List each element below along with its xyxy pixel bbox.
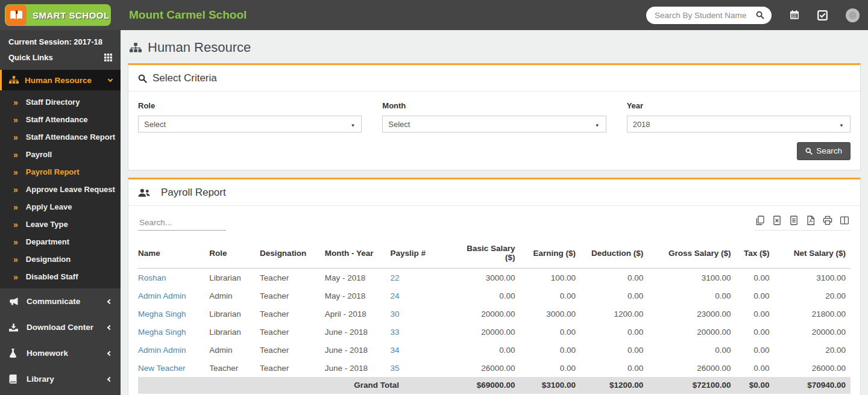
table-cell: 20000.00	[774, 323, 851, 341]
copy-icon[interactable]	[755, 216, 765, 225]
payslip-link[interactable]: 35	[390, 359, 459, 377]
sidebar-item-communicate[interactable]: Communicate	[0, 288, 121, 314]
payslip-link[interactable]: 34	[390, 341, 459, 359]
student-search-input[interactable]	[655, 11, 756, 20]
payslip-link[interactable]: 24	[390, 287, 459, 305]
year-label: Year	[627, 101, 851, 110]
table-cell: Teacher	[260, 359, 325, 377]
table-cell: 0.00	[520, 287, 580, 305]
table-cell: Teacher	[260, 305, 325, 323]
sidebar-item-homework[interactable]: Homework	[0, 340, 121, 366]
panel-title: Select Criteria	[153, 72, 217, 84]
sitemap-icon	[9, 76, 19, 84]
logo-text: SMART SCHOOL	[33, 10, 110, 20]
staff-name-link[interactable]: Megha Singh	[138, 323, 209, 341]
table-cell: Teacher	[260, 323, 325, 341]
search-icon[interactable]	[756, 11, 764, 19]
app-logo[interactable]: SMART SCHOOL	[5, 4, 111, 26]
table-search-input[interactable]	[138, 216, 226, 231]
sidebar-item-library[interactable]: Library	[0, 366, 121, 392]
role-select[interactable]: Select	[138, 116, 362, 132]
sidebar-item-approve-leave-request[interactable]: Approve Leave Request	[0, 181, 121, 198]
sidebar-item-payroll-report[interactable]: Payroll Report	[0, 163, 121, 181]
table-row: New TeacherTeacherTeacherJune - 20183526…	[138, 359, 851, 377]
main-content: Human Resource Select Criteria Role Sele…	[121, 30, 868, 395]
quick-links-grid-icon[interactable]	[104, 54, 112, 61]
sidebar-item-label: Staff Attendance Report	[26, 132, 115, 142]
table-row: Megha SinghLibrarianTeacherApril - 20183…	[138, 305, 851, 323]
payslip-link[interactable]: 22	[390, 269, 459, 287]
column-header[interactable]: Payslip #	[390, 240, 459, 269]
sidebar-item-leave-type[interactable]: Leave Type	[0, 216, 121, 233]
column-header[interactable]: Deduction ($)	[580, 240, 648, 269]
print-icon[interactable]	[823, 216, 832, 225]
month-select[interactable]: Select	[382, 116, 606, 132]
table-cell: 0.00	[736, 359, 775, 377]
sidebar-item-disabled-staff[interactable]: Disabled Staff	[0, 268, 121, 285]
year-select[interactable]: 2018	[627, 116, 851, 132]
search-icon	[138, 74, 147, 83]
table-cell: Admin	[209, 287, 260, 305]
column-header[interactable]: Earning ($)	[520, 240, 580, 269]
staff-name-link[interactable]: Megha Singh	[138, 305, 209, 323]
staff-name-link[interactable]: New Teacher	[138, 359, 209, 377]
sidebar-item-label: Department	[26, 237, 69, 246]
sidebar-item-label: Download Center	[27, 323, 93, 332]
human-resource-submenu: Staff DirectoryStaff AttendanceStaff Att…	[0, 90, 121, 288]
column-header[interactable]: Name	[138, 240, 209, 269]
table-cell: June - 2018	[325, 341, 391, 359]
sidebar-item-label: Homework	[27, 349, 68, 358]
chevron-left-icon	[107, 350, 112, 355]
payslip-link[interactable]: 33	[390, 323, 459, 341]
table-cell: 0.00	[459, 287, 520, 305]
search-button[interactable]: Search	[797, 142, 851, 160]
grand-total-row: Grand Total $69000.00 $3100.00 $1200.00 …	[138, 377, 851, 394]
column-header[interactable]: Net Salary ($)	[774, 240, 851, 269]
table-cell: 26000.00	[648, 359, 735, 377]
chevron-left-icon	[107, 299, 112, 303]
pdf-export-icon[interactable]	[806, 216, 816, 225]
column-header[interactable]: Tax ($)	[736, 240, 775, 269]
avatar[interactable]	[846, 8, 860, 22]
table-cell: 20000.00	[459, 323, 520, 341]
table-cell: Teacher	[260, 341, 325, 359]
column-header[interactable]: Role	[209, 240, 260, 269]
staff-name-link[interactable]: Roshan	[138, 269, 209, 287]
table-row: RoshanLibrarianTeacherMay - 2018223000.0…	[138, 269, 851, 287]
table-cell: 20000.00	[459, 305, 520, 323]
column-visibility-icon[interactable]	[840, 216, 849, 225]
sidebar-item-apply-leave[interactable]: Apply Leave	[0, 198, 121, 216]
calendar-icon[interactable]	[790, 10, 799, 20]
csv-export-icon[interactable]	[789, 216, 799, 225]
table-cell: 0.00	[580, 269, 648, 287]
task-check-icon[interactable]	[817, 10, 828, 20]
sidebar-item-human-resource[interactable]: Human Resource	[0, 70, 121, 90]
table-cell: 100.00	[520, 269, 580, 287]
sidebar-item-staff-directory[interactable]: Staff Directory	[0, 93, 121, 111]
sidebar-item-download-center[interactable]: Download Center	[0, 314, 121, 340]
sidebar-item-staff-attendance[interactable]: Staff Attendance	[0, 111, 121, 128]
table-cell: 3100.00	[774, 269, 851, 287]
column-header[interactable]: Designation	[260, 240, 325, 269]
users-icon	[138, 188, 156, 198]
sidebar-item-payroll[interactable]: Payroll	[0, 146, 121, 163]
table-cell: 21800.00	[774, 305, 851, 323]
sidebar-item-designation[interactable]: Designation	[0, 250, 121, 268]
column-header[interactable]: Gross Salary ($)	[648, 240, 735, 269]
table-cell: 0.00	[520, 359, 580, 377]
column-header[interactable]: Basic Salary ($)	[459, 240, 520, 269]
table-cell: 23000.00	[648, 305, 735, 323]
table-cell: April - 2018	[325, 305, 391, 323]
payslip-link[interactable]: 30	[390, 305, 459, 323]
table-cell: 0.00	[648, 341, 735, 359]
sidebar-item-staff-attendance-report[interactable]: Staff Attendance Report	[0, 128, 121, 146]
staff-name-link[interactable]: Admin Admin	[138, 341, 209, 359]
staff-name-link[interactable]: Admin Admin	[138, 287, 209, 305]
table-cell: Teacher	[209, 359, 260, 377]
megaphone-icon	[9, 297, 21, 306]
student-search-box[interactable]	[646, 7, 772, 24]
table-cell: 0.00	[459, 341, 520, 359]
column-header[interactable]: Month - Year	[325, 240, 391, 269]
excel-export-icon[interactable]	[772, 216, 782, 225]
sidebar-item-department[interactable]: Department	[0, 233, 121, 250]
